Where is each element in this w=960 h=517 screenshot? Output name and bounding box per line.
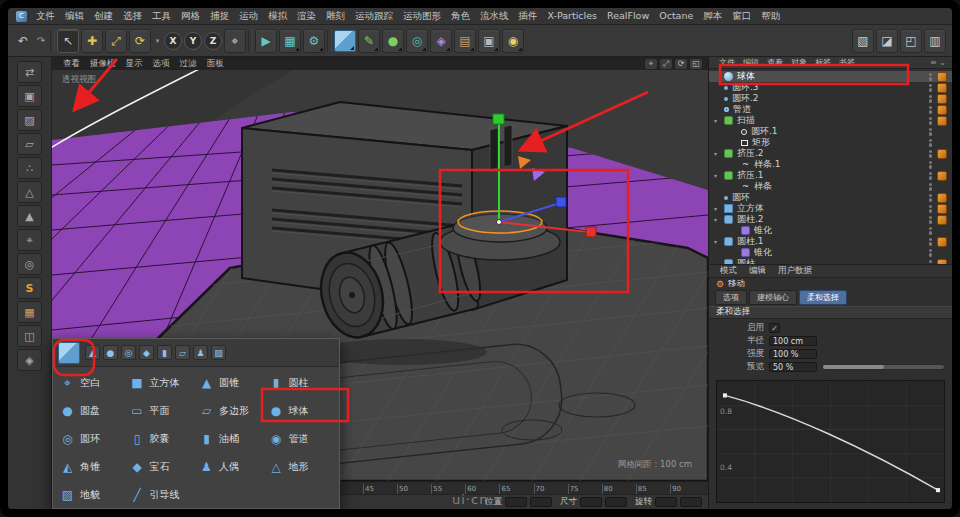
object-tag[interactable] <box>937 116 947 126</box>
object-row[interactable]: ▾ 挤压.1 <box>709 170 952 181</box>
expand-toggle[interactable]: ▾ <box>714 216 723 223</box>
menu-item[interactable]: 运动 <box>234 10 263 23</box>
primitive-item-tube[interactable]: ◉ 管道 <box>266 425 336 453</box>
primitive-item-landscape[interactable]: △ 地形 <box>266 453 336 481</box>
menu-item[interactable]: 窗口 <box>727 10 756 23</box>
cylinder-group-icon[interactable]: ▮ <box>157 345 172 360</box>
expand-toggle[interactable]: ▾ <box>714 205 723 212</box>
undo-icon[interactable]: ↶ <box>14 29 32 53</box>
visibility-dots[interactable] <box>929 84 933 92</box>
object-tag[interactable] <box>937 215 947 225</box>
mirror-icon[interactable]: ◫ <box>17 325 42 347</box>
primitive-item-polygon[interactable]: ▱ 多边形 <box>196 397 266 425</box>
menu-item[interactable]: 帮助 <box>756 10 785 23</box>
visibility-dots[interactable] <box>929 194 933 202</box>
falloff-curve[interactable] <box>717 381 944 502</box>
menu-item[interactable]: 角色 <box>446 10 475 23</box>
expand-toggle[interactable]: ▾ <box>714 172 723 179</box>
divider[interactable] <box>327 30 332 52</box>
enable-axis-icon[interactable]: ⌖ <box>17 229 42 251</box>
points-mode-icon[interactable]: ∴ <box>17 157 42 179</box>
divider[interactable] <box>50 30 55 52</box>
primitive-item-cylinder[interactable]: ▮ 圆柱 <box>266 369 336 397</box>
render-view-icon[interactable]: ▶ <box>255 29 277 53</box>
menu-item[interactable]: RealFlow <box>602 10 654 23</box>
quantize-icon[interactable]: ◈ <box>17 349 42 371</box>
render-picture-viewer-icon[interactable]: ▦ <box>279 29 301 53</box>
visibility-dots[interactable] <box>929 205 933 213</box>
relief-group-icon[interactable]: ▨ <box>211 345 226 360</box>
menu-item[interactable]: 捕捉 <box>205 10 234 23</box>
add-camera-icon[interactable]: ▣ <box>478 29 500 53</box>
primitive-item-guide[interactable]: ╱ 引导线 <box>127 481 197 509</box>
menu-item[interactable]: X-Particles <box>543 10 603 23</box>
menu-item[interactable]: 工具 <box>147 10 176 23</box>
object-tag[interactable] <box>937 94 947 104</box>
snap-icon[interactable]: S <box>17 277 42 299</box>
expand-toggle[interactable]: ▾ <box>714 150 723 157</box>
menu-item[interactable]: 脚本 <box>698 10 727 23</box>
tool-option-tab[interactable]: 建模轴心 <box>749 290 797 305</box>
redo-icon[interactable]: ↷ <box>34 29 48 53</box>
menu-item[interactable]: 网格 <box>176 10 205 23</box>
menu-item[interactable]: 模拟 <box>263 10 292 23</box>
texture-mode-icon[interactable]: ▨ <box>17 109 42 131</box>
coordinate-field[interactable] <box>530 497 552 507</box>
cube-primitive-icon[interactable] <box>58 342 80 364</box>
menu-item[interactable]: 文件 <box>31 10 60 23</box>
viewport-menu-item[interactable]: 显示 <box>121 58 148 70</box>
parameter-field[interactable]: ✓ <box>769 323 780 333</box>
rotate-tool-icon[interactable]: ⟳ <box>129 29 151 53</box>
visibility-dots[interactable] <box>929 216 933 224</box>
object-tag[interactable] <box>937 204 947 214</box>
visibility-dots[interactable] <box>929 150 933 158</box>
model-mode-icon[interactable]: ▣ <box>17 85 42 107</box>
menu-item[interactable]: 流水线 <box>475 10 514 23</box>
toggle-view-icon[interactable]: ◱ <box>690 59 702 69</box>
visibility-dots[interactable] <box>929 227 933 235</box>
primitive-item-sphere[interactable]: ● 球体 <box>266 397 336 425</box>
primitive-item-oiltank[interactable]: ▮ 油桶 <box>196 425 266 453</box>
x-axis-handle[interactable] <box>586 227 596 237</box>
parameter-slider[interactable] <box>822 364 945 370</box>
object-row[interactable]: 圆柱 <box>709 258 952 265</box>
cone-group-icon[interactable]: ▲ <box>85 345 100 360</box>
locked-workplane-icon[interactable]: ▦ <box>17 301 42 323</box>
visibility-dots[interactable] <box>929 172 933 180</box>
object-tag[interactable] <box>937 171 947 181</box>
object-row[interactable]: ▾ 扫描 <box>709 115 952 126</box>
move-tool-icon[interactable]: ✚ <box>81 29 103 53</box>
object-tag[interactable] <box>937 149 947 159</box>
object-row[interactable]: ▾ 圆柱.1 <box>709 236 952 247</box>
object-manager-menu-item[interactable]: 编辑 <box>739 57 763 68</box>
tool-option-tab[interactable]: 柔和选择 <box>799 290 847 305</box>
coordinate-field[interactable] <box>680 497 702 507</box>
visibility-dots[interactable] <box>929 73 933 81</box>
live-selection-icon[interactable]: ↖ <box>57 29 79 53</box>
tool-option-tab[interactable]: 选项 <box>715 290 747 305</box>
visibility-dots[interactable] <box>929 95 933 103</box>
object-tag[interactable] <box>937 72 947 82</box>
y-axis-button[interactable]: Y <box>184 32 202 50</box>
plane-group-icon[interactable]: ▱ <box>175 345 190 360</box>
edges-mode-icon[interactable]: △ <box>17 181 42 203</box>
attribute-tab[interactable]: 模式 <box>715 265 742 277</box>
object-manager-menu-item[interactable]: 标签 <box>811 57 835 68</box>
menu-item[interactable]: 插件 <box>514 10 543 23</box>
make-editable-icon[interactable]: ⇄ <box>17 61 42 83</box>
coordinate-system-icon[interactable]: ⌖ <box>224 29 246 53</box>
curve-handle-end[interactable] <box>936 488 940 492</box>
menu-item[interactable]: 创建 <box>89 10 118 23</box>
expand-toggle[interactable]: ▾ <box>714 238 723 245</box>
menu-item[interactable]: 选择 <box>118 10 147 23</box>
coordinate-field[interactable] <box>655 497 677 507</box>
parameter-field[interactable]: 50 % <box>769 362 817 372</box>
object-tag[interactable] <box>937 83 947 93</box>
object-tag[interactable] <box>937 105 947 115</box>
viewport-menu-item[interactable]: 选项 <box>148 58 175 70</box>
menu-item[interactable]: 编辑 <box>60 10 89 23</box>
layer-color-icon[interactable]: ◪ <box>876 29 898 53</box>
zoom-view-icon[interactable]: ⤢ <box>660 59 672 69</box>
add-spline-icon[interactable]: ✎ <box>358 29 380 53</box>
viewport-solo-icon[interactable]: ◎ <box>17 253 42 275</box>
